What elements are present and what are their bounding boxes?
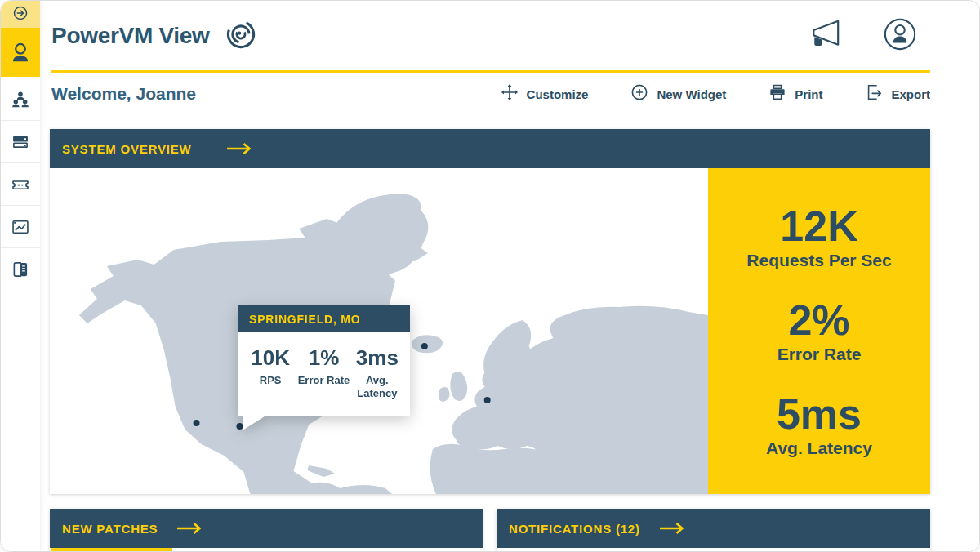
tooltip-stat-value: 10K <box>244 345 296 371</box>
map-tooltip-title: SPRINGFIELD, MO <box>249 313 360 326</box>
arrow-right-icon <box>225 142 253 155</box>
new-patches-panel: NEW PATCHES <box>50 509 483 552</box>
move-icon <box>501 83 519 105</box>
map-marker-iceland[interactable] <box>421 343 428 349</box>
sidebar-item-performance[interactable] <box>1 205 40 247</box>
swirl-logo-icon <box>223 16 259 56</box>
sidebar-item-docs[interactable] <box>1 247 40 290</box>
stat-label: Error Rate <box>777 345 862 364</box>
tooltip-stat-label: RPS <box>244 374 296 387</box>
export-button[interactable]: Export <box>865 83 930 105</box>
notifications-header: NOTIFICATIONS (12) <box>497 509 930 548</box>
bottom-panels: NEW PATCHES NOTIFICATIONS (12) <box>50 509 930 552</box>
new-widget-button[interactable]: New Widget <box>630 83 726 105</box>
sidebar-item-profile[interactable] <box>1 28 40 77</box>
printer-icon <box>768 83 786 105</box>
tooltip-stat-value: 3ms <box>351 345 403 371</box>
sidebar-collapse-button[interactable] <box>1 1 40 28</box>
tooltip-stat-label: Avg. Latency <box>351 374 403 399</box>
stat-value: 12K <box>746 204 891 249</box>
sidebar-item-tickets[interactable] <box>1 162 40 205</box>
map-tooltip: SPRINGFIELD, MO 10K RPS 1% Error Rate <box>238 305 410 416</box>
megaphone-icon <box>804 19 844 53</box>
tooltip-stat-error-rate: 1% Error Rate <box>297 345 350 399</box>
stat-label: Avg. Latency <box>766 438 872 458</box>
welcome-row: Welcome, Joanne Customize New Widget <box>51 73 930 115</box>
new-patches-title: NEW PATCHES <box>62 522 158 536</box>
stat-value: 5ms <box>766 392 872 437</box>
book-icon <box>10 259 31 280</box>
map-marker-germany[interactable] <box>484 397 491 403</box>
account-button[interactable] <box>883 17 917 55</box>
map-tooltip-body: 10K RPS 1% Error Rate 3ms Avg. Latency <box>238 332 410 416</box>
customize-label: Customize <box>527 87 589 101</box>
customize-button[interactable]: Customize <box>501 83 589 105</box>
new-patches-body <box>50 548 483 552</box>
system-overview-panel: SYSTEM OVERVIEW <box>50 129 930 494</box>
notifications-body <box>497 548 930 552</box>
map-marker-us-west[interactable] <box>194 420 200 426</box>
new-patches-header: NEW PATCHES <box>50 509 483 548</box>
ticket-icon <box>10 174 31 195</box>
server-icon <box>10 131 31 153</box>
tooltip-pointer <box>243 415 267 430</box>
tooltip-stat-label: Error Rate <box>297 374 350 387</box>
user-icon <box>8 40 33 65</box>
export-icon <box>865 83 883 105</box>
stat-requests: 12K Requests Per Sec <box>746 204 891 270</box>
dashboard-actions: Customize New Widget Print <box>501 83 930 105</box>
app-window: PowerVM View <box>0 0 980 552</box>
arrow-right-icon <box>176 522 203 535</box>
welcome-text: Welcome, Joanne <box>51 84 196 104</box>
plus-circle-icon <box>630 83 648 105</box>
arrow-right-icon <box>658 522 686 535</box>
map-tooltip-header: SPRINGFIELD, MO <box>238 305 410 332</box>
sidebar <box>1 1 40 551</box>
patch-highlight-bar <box>51 548 172 552</box>
notifications-title: NOTIFICATIONS (12) <box>509 522 640 536</box>
new-widget-label: New Widget <box>657 87 726 101</box>
notifications-link[interactable] <box>658 522 686 535</box>
chart-window-icon <box>10 216 31 238</box>
stat-label: Requests Per Sec <box>746 251 891 270</box>
new-patches-link[interactable] <box>176 522 203 535</box>
system-overview-link[interactable] <box>225 142 253 155</box>
avatar-icon <box>883 17 917 55</box>
system-overview-title: SYSTEM OVERVIEW <box>62 142 191 156</box>
export-label: Export <box>891 87 930 101</box>
overview-stats: 12K Requests Per Sec 2% Error Rate 5ms A… <box>708 168 930 494</box>
people-icon <box>10 88 31 109</box>
system-overview-body: SPRINGFIELD, MO 10K RPS 1% Error Rate <box>50 168 930 494</box>
main-content: PowerVM View <box>40 1 979 551</box>
system-overview-header: SYSTEM OVERVIEW <box>50 129 930 168</box>
notifications-panel: NOTIFICATIONS (12) <box>497 509 930 552</box>
sidebar-item-servers[interactable] <box>1 120 40 162</box>
announcements-button[interactable] <box>804 19 844 53</box>
stat-error-rate: 2% Error Rate <box>777 298 862 364</box>
world-map: SPRINGFIELD, MO 10K RPS 1% Error Rate <box>50 168 708 494</box>
print-label: Print <box>795 87 822 101</box>
tooltip-stat-rps: 10K RPS <box>244 345 296 399</box>
print-button[interactable]: Print <box>768 83 822 105</box>
collapse-sidebar-icon <box>12 5 29 24</box>
stat-value: 2% <box>777 298 862 343</box>
stat-latency: 5ms Avg. Latency <box>766 392 872 458</box>
page-title: PowerVM View <box>51 23 210 49</box>
tooltip-stat-value: 1% <box>297 345 350 371</box>
topbar: PowerVM View <box>51 1 930 73</box>
sidebar-item-groups[interactable] <box>1 77 40 120</box>
tooltip-stat-latency: 3ms Avg. Latency <box>351 345 403 399</box>
